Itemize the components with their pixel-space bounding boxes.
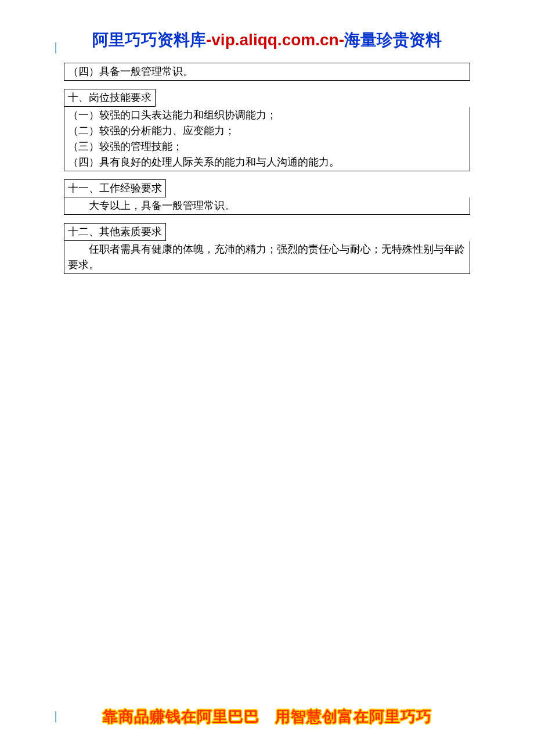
footer-banner: 靠商品赚钱在阿里巴巴 用智慧创富在阿里巧巧 [0, 707, 534, 727]
top-box-line: （四）具备一般管理常识。 [64, 63, 470, 81]
top-section: （四）具备一般管理常识。 [64, 63, 470, 81]
section-10-line-1: （一）较强的口头表达能力和组织协调能力； [68, 107, 466, 123]
section-12-text: 任职者需具有健康的体魄，充沛的精力；强烈的责任心与耐心；无特殊性别与年龄要求。 [68, 242, 466, 273]
header-part1: 阿里巧巧资料库 [92, 31, 206, 49]
section-10: 十、岗位技能要求 （一）较强的口头表达能力和组织协调能力； （二）较强的分析能力… [64, 89, 470, 171]
section-11: 十一、工作经验要求 大专以上，具备一般管理常识。 [64, 179, 470, 215]
section-11-body: 大专以上，具备一般管理常识。 [64, 197, 470, 215]
header-dash1: - [206, 31, 211, 49]
header-banner: 阿里巧巧资料库-vip.aliqq.com.cn-海量珍贵资料 [64, 29, 470, 51]
section-10-line-3: （三）较强的管理技能； [68, 139, 466, 154]
page-content: 阿里巧巧资料库-vip.aliqq.com.cn-海量珍贵资料 （四）具备一般管… [0, 0, 534, 274]
section-10-line-2: （二）较强的分析能力、应变能力； [68, 123, 466, 139]
section-12: 十二、其他素质要求 任职者需具有健康的体魄，充沛的精力；强烈的责任心与耐心；无特… [64, 223, 470, 274]
header-part3: 海量珍贵资料 [344, 31, 442, 49]
header-part2: vip.aliqq.com.cn [211, 31, 338, 49]
section-10-body: （一）较强的口头表达能力和组织协调能力； （二）较强的分析能力、应变能力； （三… [64, 107, 470, 171]
section-10-title: 十、岗位技能要求 [64, 89, 156, 107]
footer-text: 靠商品赚钱在阿里巴巴 用智慧创富在阿里巧巧 [103, 708, 432, 725]
header-dash2: - [339, 31, 344, 49]
section-11-text: 大专以上，具备一般管理常识。 [68, 198, 466, 214]
section-12-body: 任职者需具有健康的体魄，充沛的精力；强烈的责任心与耐心；无特殊性别与年龄要求。 [64, 241, 470, 274]
section-12-title: 十二、其他素质要求 [64, 223, 166, 241]
section-10-line-4: （四）具有良好的处理人际关系的能力和与人沟通的能力。 [68, 154, 466, 170]
section-11-title: 十一、工作经验要求 [64, 179, 166, 197]
